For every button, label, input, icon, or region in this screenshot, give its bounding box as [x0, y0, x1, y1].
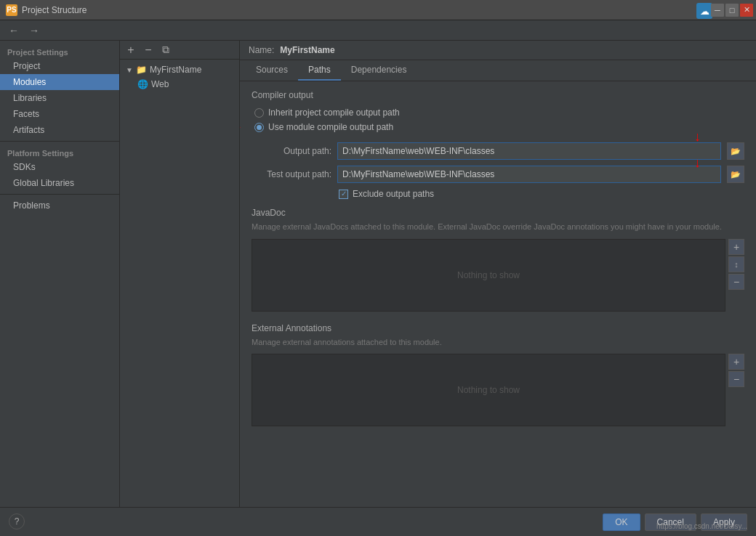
- use-module-radio-item[interactable]: → Use module compile output path: [254, 122, 744, 132]
- forward-button[interactable]: →: [26, 23, 42, 38]
- inherit-radio-item[interactable]: Inherit project compile output path: [254, 107, 744, 118]
- ext-annotations-side-buttons: + −: [728, 354, 744, 426]
- module-folder-icon: 📁: [136, 65, 147, 75]
- output-path-input[interactable]: [337, 142, 721, 160]
- arrow-indicator-1: →: [240, 121, 243, 134]
- javadoc-empty-area: Nothing to show: [252, 239, 725, 312]
- module-tree: ▼ 📁 MyFirstName 🌐 Web: [120, 60, 239, 94]
- arrow-down-2: ↓: [694, 155, 701, 171]
- javadoc-area-wrapper: Nothing to show + ↕ −: [252, 239, 744, 312]
- output-path-label: Output path:: [252, 146, 331, 156]
- close-button[interactable]: ✕: [740, 4, 753, 17]
- external-annotations-description: Manage external annotations attached to …: [252, 336, 744, 349]
- inherit-radio-label: Inherit project compile output path: [268, 107, 400, 118]
- javadoc-add-button[interactable]: +: [728, 239, 744, 255]
- sidebar-item-global-libraries[interactable]: Global Libraries: [0, 175, 119, 191]
- sidebar-item-modules[interactable]: Modules: [0, 74, 119, 90]
- javadoc-empty-text: Nothing to show: [457, 270, 520, 280]
- module-root-label: MyFirstName: [150, 65, 201, 75]
- name-row: Name: MyFirstName: [240, 41, 756, 60]
- module-root-item[interactable]: ▼ 📁 MyFirstName: [120, 62, 239, 77]
- javadoc-title: JavaDoc: [252, 208, 744, 218]
- tab-bar: Sources Paths Dependencies: [240, 60, 756, 81]
- test-output-path-input[interactable]: [337, 166, 721, 183]
- back-button[interactable]: ←: [6, 23, 22, 38]
- name-label: Name:: [249, 45, 274, 55]
- external-annotations-title: External Annotations: [252, 323, 744, 333]
- cloud-button[interactable]: ☁: [696, 3, 712, 19]
- paths-panel: Compiler output Inherit project compile …: [240, 81, 756, 507]
- module-tree-panel: + − ⧉ ▼ 📁 MyFirstName 🌐 Web: [120, 41, 240, 507]
- compiler-output-title: Compiler output: [252, 90, 744, 100]
- sidebar: Project Settings Project Modules Librari…: [0, 41, 120, 507]
- use-module-radio-circle[interactable]: [254, 123, 264, 132]
- help-area: ?: [9, 507, 25, 536]
- sidebar-divider-2: [0, 194, 119, 195]
- app-icon: PS: [6, 4, 17, 16]
- module-name-value: MyFirstName: [280, 45, 334, 55]
- javadoc-remove-button[interactable]: −: [728, 274, 744, 290]
- window-controls: ─ □ ✕: [711, 4, 753, 17]
- javadoc-section: JavaDoc Manage external JavaDocs attache…: [252, 208, 744, 312]
- javadoc-description: Manage external JavaDocs attached to thi…: [252, 221, 744, 233]
- maximize-button[interactable]: □: [725, 4, 739, 17]
- tab-paths[interactable]: Paths: [298, 60, 341, 81]
- output-path-row: ↓ Output path: 📂: [252, 142, 744, 160]
- javadoc-side-buttons: + ↕ −: [728, 239, 744, 312]
- exclude-label: Exclude output paths: [353, 189, 434, 199]
- output-path-browse-button[interactable]: 📂: [727, 142, 744, 160]
- add-module-button[interactable]: +: [123, 42, 139, 58]
- test-output-path-row: ↓ Test output path: 📂: [252, 166, 744, 183]
- window-title: Project Structure: [22, 5, 87, 15]
- remove-module-button[interactable]: −: [140, 42, 156, 58]
- tab-dependencies[interactable]: Dependencies: [341, 60, 417, 81]
- external-annotations-section: External Annotations Manage external ann…: [252, 323, 744, 427]
- module-web-label: Web: [151, 79, 169, 89]
- arrow-down-1: ↓: [694, 129, 701, 145]
- title-bar: PS Project Structure ☁ ─ □ ✕: [0, 0, 756, 20]
- project-settings-header: Project Settings: [0, 44, 119, 58]
- minimize-button[interactable]: ─: [711, 4, 724, 17]
- platform-settings-header: Platform Settings: [0, 145, 119, 159]
- inherit-radio-circle[interactable]: [254, 108, 264, 118]
- tree-expand-arrow: ▼: [126, 66, 133, 74]
- exclude-checkbox-row: Exclude output paths: [339, 189, 744, 199]
- module-tree-toolbar: + − ⧉: [120, 41, 239, 60]
- use-module-radio-label: Use module compile output path: [268, 122, 393, 132]
- test-output-path-browse-button[interactable]: 📂: [727, 166, 744, 183]
- compiler-output-radio-group: Inherit project compile output path → Us…: [254, 107, 744, 132]
- bottom-bar-wrapper: ? OK Cancel Apply: [0, 507, 756, 536]
- sidebar-item-project[interactable]: Project: [0, 58, 119, 74]
- bottom-bar: ? OK Cancel Apply: [0, 507, 756, 536]
- module-web-item[interactable]: 🌐 Web: [120, 77, 239, 92]
- right-panel: Name: MyFirstName Sources Paths Dependen…: [240, 41, 756, 507]
- sidebar-item-sdks[interactable]: SDKs: [0, 159, 119, 175]
- watermark: https://blog.csdn.net/Daisy...: [656, 522, 747, 530]
- ext-annotations-add-button[interactable]: +: [728, 354, 744, 370]
- test-output-path-label: Test output path:: [252, 169, 331, 179]
- ext-annotations-area-wrapper: Nothing to show + −: [252, 354, 744, 426]
- help-button[interactable]: ?: [9, 513, 25, 529]
- javadoc-move-button[interactable]: ↕: [728, 256, 744, 272]
- web-module-icon: 🌐: [137, 79, 148, 89]
- exclude-checkbox[interactable]: [339, 190, 348, 199]
- sidebar-item-libraries[interactable]: Libraries: [0, 90, 119, 106]
- ext-annotations-remove-button[interactable]: −: [728, 371, 744, 387]
- sidebar-item-facets[interactable]: Facets: [0, 106, 119, 122]
- ext-annotations-empty-text: Nothing to show: [457, 385, 520, 395]
- tab-sources[interactable]: Sources: [246, 60, 298, 81]
- sidebar-item-artifacts[interactable]: Artifacts: [0, 122, 119, 138]
- sidebar-divider: [0, 141, 119, 142]
- sidebar-item-problems[interactable]: Problems: [0, 198, 119, 214]
- ok-button[interactable]: OK: [603, 513, 640, 531]
- copy-module-button[interactable]: ⧉: [158, 42, 174, 58]
- ext-annotations-empty-area: Nothing to show: [252, 354, 725, 426]
